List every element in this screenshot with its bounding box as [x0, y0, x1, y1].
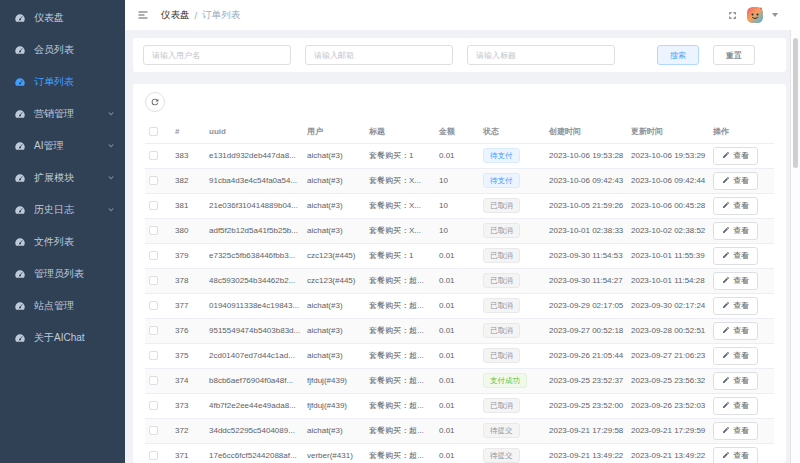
- view-button[interactable]: 查看: [713, 397, 758, 415]
- app-window: 仪表盘会员列表订单列表营销管理AI管理扩展模块历史日志文件列表管理员列表站点管理…: [0, 0, 800, 463]
- sidebar-item-label: 历史日志: [34, 203, 74, 217]
- title-cell: 套餐购买：X...: [365, 218, 435, 243]
- search-button[interactable]: 搜索: [657, 45, 699, 65]
- sidebar-item-modules[interactable]: 扩展模块: [0, 162, 125, 194]
- sidebar-item-marketing[interactable]: 营销管理: [0, 98, 125, 130]
- actions-cell: 查看: [709, 268, 774, 293]
- row-checkbox[interactable]: [149, 401, 158, 410]
- gauge-icon: [14, 236, 26, 248]
- row-checkbox[interactable]: [149, 201, 158, 210]
- created-cell: 2023-10-05 21:59:26: [545, 193, 627, 218]
- refresh-button[interactable]: [145, 92, 165, 112]
- view-button[interactable]: 查看: [713, 447, 758, 463]
- email-input[interactable]: [305, 45, 453, 65]
- view-button[interactable]: 查看: [713, 347, 758, 365]
- chevron-down-icon: [107, 206, 115, 214]
- created-cell: 2023-09-26 21:05:44: [545, 343, 627, 368]
- sidebar-item-site[interactable]: 站点管理: [0, 290, 125, 322]
- view-button[interactable]: 查看: [713, 147, 758, 165]
- uuid-cell: 21e036f310414889b04...: [205, 193, 303, 218]
- created-cell: 2023-09-30 11:54:27: [545, 268, 627, 293]
- row-checkbox[interactable]: [149, 276, 158, 285]
- title-cell: 套餐购买：超...: [365, 443, 435, 463]
- edit-icon: [722, 176, 730, 186]
- column-header: 状态: [479, 120, 545, 143]
- updated-cell: 2023-09-25 23:56:32: [627, 368, 709, 393]
- order-id-cell: 372: [171, 418, 205, 443]
- actions-cell: 查看: [709, 193, 774, 218]
- view-button[interactable]: 查看: [713, 197, 758, 215]
- checkbox-cell: [145, 143, 171, 168]
- order-id-cell: 374: [171, 368, 205, 393]
- title-cell: 套餐购买：超...: [365, 318, 435, 343]
- sidebar-item-ai[interactable]: AI管理: [0, 130, 125, 162]
- row-checkbox[interactable]: [149, 351, 158, 360]
- sidebar-item-members[interactable]: 会员列表: [0, 34, 125, 66]
- sidebar-item-label: AI管理: [34, 139, 63, 153]
- view-button[interactable]: 查看: [713, 172, 758, 190]
- table-row: 37117e6cc6fcf52442088af...verber(#431)套餐…: [145, 443, 774, 463]
- row-checkbox[interactable]: [149, 301, 158, 310]
- view-button[interactable]: 查看: [713, 272, 758, 290]
- uuid-cell: adf5f2b12d5a41f5b25b...: [205, 218, 303, 243]
- actions-cell: 查看: [709, 218, 774, 243]
- sidebar-item-dashboard[interactable]: 仪表盘: [0, 2, 125, 34]
- sidebar-item-logs[interactable]: 历史日志: [0, 194, 125, 226]
- table-row: 3752cd01407ed7d44c1ad...aichat(#3)套餐购买：超…: [145, 343, 774, 368]
- sidebar-item-label: 仪表盘: [34, 11, 64, 25]
- updated-cell: 2023-10-06 00:45:28: [627, 193, 709, 218]
- row-checkbox[interactable]: [149, 326, 158, 335]
- reset-button[interactable]: 重置: [713, 45, 755, 65]
- row-checkbox[interactable]: [149, 176, 158, 185]
- chevron-down-icon: [107, 110, 115, 118]
- breadcrumb-item-dashboard[interactable]: 仪表盘: [161, 9, 190, 22]
- sidebar-item-orders[interactable]: 订单列表: [0, 66, 125, 98]
- view-button[interactable]: 查看: [713, 322, 758, 340]
- status-badge: 已取消: [483, 248, 520, 264]
- title-cell: 套餐购买：X...: [365, 168, 435, 193]
- amount-cell: 10: [435, 218, 479, 243]
- status-badge: 待提交: [483, 423, 520, 439]
- uuid-cell: e7325c5fb638446fbb3...: [205, 243, 303, 268]
- column-header: 标题: [365, 120, 435, 143]
- view-button[interactable]: 查看: [713, 222, 758, 240]
- view-button-label: 查看: [733, 175, 749, 186]
- view-button[interactable]: 查看: [713, 247, 758, 265]
- created-cell: 2023-09-25 23:52:37: [545, 368, 627, 393]
- row-checkbox[interactable]: [149, 151, 158, 160]
- topbar-actions: [727, 6, 788, 24]
- row-checkbox[interactable]: [149, 451, 158, 460]
- fullscreen-icon[interactable]: [727, 10, 738, 21]
- avatar[interactable]: [746, 6, 764, 24]
- row-checkbox[interactable]: [149, 251, 158, 260]
- gauge-icon: [14, 44, 26, 56]
- username-input[interactable]: [143, 45, 291, 65]
- sidebar-item-admins[interactable]: 管理员列表: [0, 258, 125, 290]
- scrollbar-thumb[interactable]: [793, 38, 798, 168]
- view-button[interactable]: 查看: [713, 297, 758, 315]
- row-checkbox[interactable]: [149, 226, 158, 235]
- row-checkbox[interactable]: [149, 376, 158, 385]
- gauge-icon: [14, 108, 26, 120]
- select-all-checkbox[interactable]: [149, 127, 158, 136]
- created-cell: 2023-09-27 00:52:18: [545, 318, 627, 343]
- row-checkbox[interactable]: [149, 426, 158, 435]
- table-row: 3769515549474b5403b83d...aichat(#3)套餐购买：…: [145, 318, 774, 343]
- created-cell: 2023-09-25 23:52:00: [545, 393, 627, 418]
- checkbox-cell: [145, 368, 171, 393]
- caret-down-icon[interactable]: [772, 13, 778, 17]
- user-cell: aichat(#3): [303, 143, 365, 168]
- created-cell: 2023-10-01 02:38:33: [545, 218, 627, 243]
- view-button[interactable]: 查看: [713, 372, 758, 390]
- table-row: 383e131dd932deb447da8...aichat(#3)套餐购买：1…: [145, 143, 774, 168]
- created-cell: 2023-09-21 17:29:58: [545, 418, 627, 443]
- status-cell: 已取消: [479, 218, 545, 243]
- title-input[interactable]: [467, 45, 615, 65]
- sidebar-item-files[interactable]: 文件列表: [0, 226, 125, 258]
- amount-cell: 0.01: [435, 243, 479, 268]
- view-button[interactable]: 查看: [713, 422, 758, 440]
- edit-icon: [722, 151, 730, 161]
- amount-cell: 0.01: [435, 143, 479, 168]
- menu-fold-icon[interactable]: [137, 9, 149, 21]
- sidebar-item-about[interactable]: 关于AIChat: [0, 322, 125, 354]
